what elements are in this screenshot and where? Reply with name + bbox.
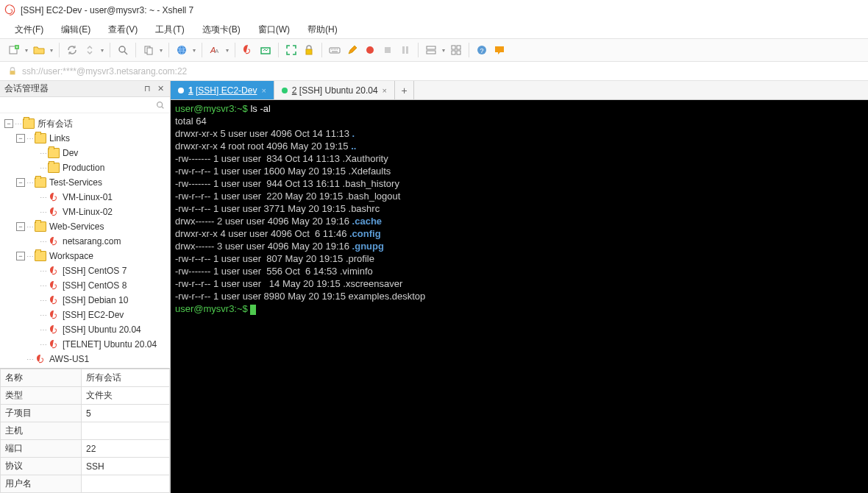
- menu-view[interactable]: 查看(V): [101, 22, 145, 38]
- menu-help[interactable]: 帮助(H): [300, 22, 345, 38]
- close-tab-icon[interactable]: ×: [383, 86, 387, 95]
- reconnect-icon[interactable]: [64, 42, 80, 58]
- sidebar-header: 会话管理器 ⊓ ✕: [0, 81, 170, 97]
- xshell-icon[interactable]: [240, 42, 256, 58]
- menu-edit[interactable]: 编辑(E): [54, 22, 98, 38]
- feedback-icon[interactable]: [491, 42, 508, 58]
- tree-item[interactable]: ⋯Production: [0, 160, 170, 175]
- prop-value: [82, 422, 170, 440]
- dropdown-icon[interactable]: ▾: [224, 47, 230, 54]
- tree-item[interactable]: ⋯[SSH] CentOS 7: [0, 263, 170, 278]
- svg-rect-13: [385, 47, 391, 53]
- svg-rect-16: [427, 46, 435, 49]
- collapse-icon[interactable]: −: [16, 178, 25, 187]
- terminal[interactable]: user@mysvr3:~$ ls -al total 64 drwxr-xr-…: [171, 100, 868, 493]
- collapse-icon[interactable]: −: [4, 119, 13, 128]
- svg-rect-24: [10, 71, 15, 74]
- pause-icon[interactable]: [397, 42, 413, 58]
- address-bar[interactable]: ssh://user:****@mysvr3.netsarang.com:22: [0, 62, 868, 81]
- keyboard-icon[interactable]: [327, 42, 343, 58]
- svg-point-25: [157, 102, 163, 107]
- prop-value: 5: [82, 405, 170, 422]
- tree-item[interactable]: ⋯Dev: [0, 146, 170, 160]
- tree-item[interactable]: ⋯[TELNET] Ubuntu 20.04: [0, 337, 170, 352]
- dropdown-icon[interactable]: ▾: [158, 47, 164, 54]
- tree-folder-web[interactable]: −⋯Web-Services: [0, 219, 170, 234]
- prop-value: SSH: [82, 458, 170, 475]
- tab-ubuntu[interactable]: 2 [SSH] Ubuntu 20.04 ×: [274, 81, 395, 99]
- status-dot-icon: [178, 88, 184, 93]
- properties-grid: 名称所有会话 类型文件夹 子项目5 主机 端口22 协议SSH 用户名: [0, 368, 170, 493]
- tree-item[interactable]: ⋯[SSH] Debian 10: [0, 293, 170, 308]
- folder-icon: [48, 163, 60, 173]
- prop-label: 主机: [1, 422, 82, 440]
- prop-label: 协议: [1, 458, 82, 475]
- address-text: ssh://user:****@mysvr3.netsarang.com:22: [22, 66, 187, 77]
- menu-tabs[interactable]: 选项卡(B): [195, 22, 248, 38]
- lock-icon: [7, 66, 18, 77]
- tree-item-aws[interactable]: ⋯AWS-US1: [0, 352, 170, 366]
- open-folder-icon[interactable]: [31, 42, 47, 58]
- dropdown-icon[interactable]: ▾: [191, 47, 197, 54]
- highlight-icon[interactable]: [344, 42, 360, 58]
- svg-rect-10: [306, 49, 312, 54]
- tile-grid-icon[interactable]: [448, 42, 464, 58]
- tree-item[interactable]: ⋯[SSH] EC2-Dev: [0, 308, 170, 322]
- menu-bar: 文件(F) 编辑(E) 查看(V) 工具(T) 选项卡(B) 窗口(W) 帮助(…: [0, 21, 868, 38]
- fullscreen-icon[interactable]: [283, 42, 299, 58]
- tree-item[interactable]: ⋯VM-Linux-02: [0, 205, 170, 219]
- tree-item[interactable]: ⋯VM-Linux-01: [0, 190, 170, 205]
- session-tree: −⋯所有会话 −⋯Links ⋯Dev ⋯Production −⋯Test-S…: [0, 113, 170, 368]
- dropdown-icon[interactable]: ▾: [49, 47, 54, 54]
- tree-item[interactable]: ⋯[SSH] CentOS 8: [0, 278, 170, 293]
- menu-tools[interactable]: 工具(T): [148, 22, 191, 38]
- disconnect-icon[interactable]: [82, 42, 98, 58]
- tree-folder-workspace[interactable]: −⋯Workspace: [0, 249, 170, 263]
- folder-icon: [23, 118, 35, 129]
- folder-icon: [35, 177, 46, 188]
- terminal-cursor: [250, 305, 256, 315]
- pin-icon[interactable]: ⊓: [142, 84, 152, 94]
- copy-icon[interactable]: [140, 42, 157, 58]
- dropdown-icon[interactable]: ▾: [441, 47, 447, 54]
- session-icon: [48, 265, 60, 277]
- stop-icon[interactable]: [380, 42, 396, 58]
- lock-icon[interactable]: [301, 42, 317, 58]
- globe-icon[interactable]: [174, 42, 190, 58]
- collapse-icon[interactable]: −: [16, 222, 25, 231]
- tree-folder-test[interactable]: −⋯Test-Services: [0, 175, 170, 190]
- collapse-icon[interactable]: −: [16, 252, 25, 260]
- tree-item[interactable]: ⋯[SSH] Ubuntu 20.04: [0, 322, 170, 337]
- window-title: [SSH] EC2-Dev - user@mysvr3: ~ - Xshell …: [21, 5, 193, 15]
- svg-rect-14: [402, 46, 405, 54]
- new-session-icon[interactable]: [6, 42, 22, 58]
- close-icon[interactable]: ✕: [155, 84, 166, 94]
- svg-rect-9: [261, 48, 270, 54]
- folder-icon: [48, 148, 60, 158]
- help-icon[interactable]: ?: [474, 42, 490, 58]
- search-icon[interactable]: [115, 42, 131, 58]
- collapse-icon[interactable]: −: [16, 134, 25, 143]
- dropdown-icon[interactable]: ▾: [99, 47, 105, 54]
- tree-root[interactable]: −⋯所有会话: [0, 116, 170, 131]
- close-tab-icon[interactable]: ×: [261, 86, 266, 95]
- session-icon: [48, 324, 60, 336]
- session-manager-sidebar: 会话管理器 ⊓ ✕ −⋯所有会话 −⋯Links ⋯Dev ⋯Productio…: [0, 81, 171, 493]
- record-icon[interactable]: [362, 42, 378, 58]
- session-icon: [48, 309, 60, 321]
- tree-item[interactable]: ⋯netsarang.com: [0, 234, 170, 249]
- menu-window[interactable]: 窗口(W): [251, 22, 297, 38]
- font-icon[interactable]: AA: [207, 42, 223, 58]
- tab-ec2-dev[interactable]: 1 [SSH] EC2-Dev ×: [171, 81, 274, 99]
- tree-folder-links[interactable]: −⋯Links: [0, 131, 170, 146]
- folder-icon: [35, 221, 46, 232]
- menu-file[interactable]: 文件(F): [7, 22, 51, 38]
- add-tab-button[interactable]: +: [395, 81, 414, 99]
- content-area: 1 [SSH] EC2-Dev × 2 [SSH] Ubuntu 20.04 ×…: [171, 81, 868, 493]
- dropdown-icon[interactable]: ▾: [24, 47, 29, 54]
- sidebar-search[interactable]: [0, 97, 170, 113]
- xftp-icon[interactable]: [257, 42, 274, 58]
- session-icon: [48, 280, 60, 291]
- tile-horizontal-icon[interactable]: [423, 42, 439, 58]
- sidebar-title: 会话管理器: [4, 82, 49, 95]
